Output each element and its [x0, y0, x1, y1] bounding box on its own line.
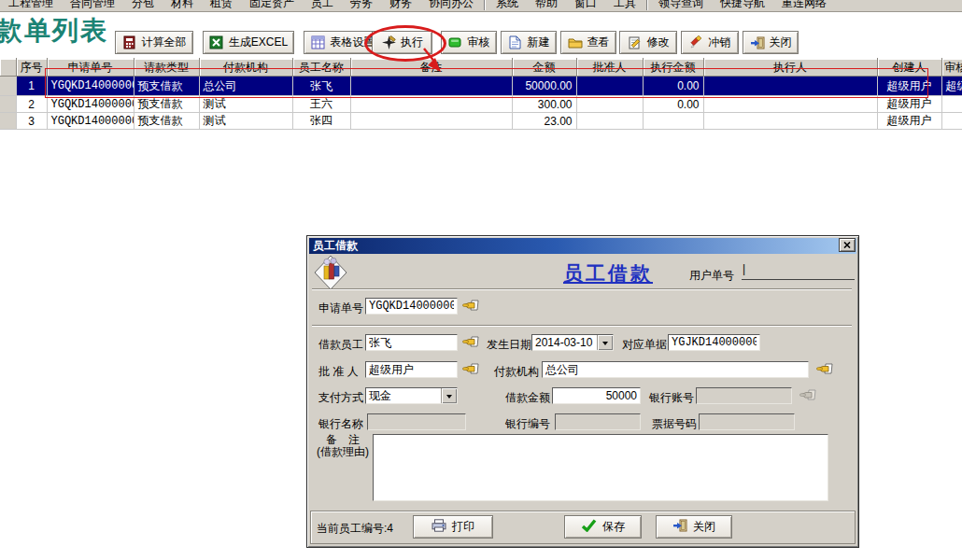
loan-list-table: 序号 申请单号 请款类型 付款机构 员工名称 备注 金额 批准人 执行金额 执行… — [0, 58, 962, 130]
date-dropdown[interactable]: 2014-03-10 — [531, 334, 614, 351]
menu-item[interactable]: 固定资产 — [241, 0, 303, 12]
column-header[interactable]: 申请单号 — [47, 59, 134, 77]
column-header[interactable]: 序号 — [16, 59, 47, 77]
dialog-title: 员工借款 — [309, 238, 358, 254]
menu-item[interactable]: 重连网络 — [773, 0, 835, 12]
column-header[interactable]: 请款类型 — [134, 59, 199, 77]
bill-no-input[interactable] — [699, 413, 795, 430]
employee-loan-icon — [314, 255, 347, 290]
user-no-label: 用户单号 — [689, 268, 734, 284]
column-header[interactable]: 执行金额 — [643, 59, 703, 77]
pay-method-dropdown[interactable]: 现金 — [365, 387, 458, 404]
menu-item[interactable]: 协同办公 — [420, 0, 482, 12]
bank-account-label: 银行账号 — [649, 390, 694, 406]
amount-input[interactable] — [552, 387, 641, 404]
row-selector-header — [0, 59, 16, 77]
exit-door-icon — [750, 35, 765, 49]
menu-item[interactable]: 员工 — [303, 0, 342, 12]
writeoff-pen-icon — [689, 35, 704, 49]
chevron-down-icon[interactable] — [441, 388, 457, 403]
audit-button[interactable]: 审核 — [441, 31, 497, 54]
approver-input[interactable] — [365, 361, 458, 378]
user-no-field[interactable]: | — [742, 262, 855, 280]
menu-item[interactable]: 租赁 — [202, 0, 241, 12]
button-label: 关闭 — [770, 35, 792, 50]
modify-button[interactable]: 修改 — [619, 31, 677, 54]
pay-method-label: 支付方式 — [318, 390, 363, 406]
remark-textarea[interactable] — [373, 434, 828, 501]
writeoff-button[interactable]: 冲销 — [681, 31, 739, 54]
lookup-hand-icon[interactable] — [816, 362, 833, 376]
execute-button[interactable]: 执行 — [372, 31, 432, 54]
button-label: 冲销 — [709, 35, 731, 50]
ref-no-input[interactable] — [668, 334, 760, 351]
export-excel-button[interactable]: 生成EXCEL — [203, 31, 294, 54]
button-label: 保存 — [602, 519, 625, 535]
check-icon — [581, 519, 597, 535]
borrower-input[interactable] — [365, 334, 458, 351]
new-button[interactable]: 新建 — [501, 31, 557, 54]
column-header[interactable]: 执行人 — [703, 59, 877, 77]
bank-name-input — [367, 413, 466, 430]
column-header[interactable]: 付款机构 — [199, 59, 292, 77]
pay-org-input[interactable] — [542, 361, 809, 378]
column-header[interactable]: 审核人 — [941, 59, 962, 77]
menu-item[interactable]: 劳务 — [342, 0, 381, 12]
employee-loan-dialog: 员工借款 员工借款 用户单号 | 申请单号 借款员工 发生日 — [306, 235, 859, 548]
folder-icon — [568, 35, 583, 49]
chevron-down-icon[interactable] — [597, 335, 613, 350]
view-button[interactable]: 查看 — [560, 31, 616, 54]
menu-item[interactable]: 工具 — [605, 0, 644, 12]
menu-item[interactable]: 合同管理 — [62, 0, 123, 12]
button-label: 新建 — [528, 35, 550, 50]
amount-label: 借款金额 — [505, 390, 550, 406]
printer-icon — [431, 519, 446, 535]
lookup-hand-icon[interactable] — [462, 335, 479, 349]
button-label: 打印 — [452, 519, 474, 535]
dialog-titlebar[interactable]: 员工借款 — [309, 238, 856, 254]
column-header[interactable]: 批准人 — [576, 59, 643, 77]
menu-item[interactable]: 分包 — [123, 0, 163, 12]
table-row[interactable]: 3 YGQKD140000001 预支借款 测试 张四 23.00 超级用户 — [0, 113, 962, 130]
table-row-selected[interactable]: 1 YGQKD140000003 预支借款 总公司 张飞 50000.00 0.… — [0, 77, 962, 96]
menu-item[interactable]: 帮助 — [527, 0, 566, 12]
excel-icon — [209, 35, 224, 49]
close-dialog-button[interactable]: 关闭 — [656, 515, 732, 539]
page-title: 款单列表 — [0, 13, 108, 49]
column-header[interactable]: 创建人 — [877, 59, 941, 77]
apply-no-input[interactable] — [365, 298, 458, 315]
menu-item[interactable]: 领导查询 — [650, 0, 712, 12]
lookup-hand-icon[interactable] — [462, 299, 479, 313]
button-label: 生成EXCEL — [229, 35, 288, 50]
dialog-footer: 当前员工编号:4 打印 保存 关闭 — [310, 511, 856, 544]
menu-item[interactable]: 系统 — [488, 0, 527, 12]
close-list-button[interactable]: 关闭 — [743, 31, 799, 54]
menu-separator — [646, 0, 648, 10]
save-button[interactable]: 保存 — [564, 515, 642, 539]
menu-item[interactable]: 快捷导航 — [712, 0, 773, 12]
close-icon[interactable] — [839, 238, 856, 252]
app-window: 工程管理 合同管理 分包 材料 租赁 固定资产 员工 劳务 财务 协同办公 系统… — [0, 0, 962, 560]
column-header[interactable]: 金额 — [512, 59, 576, 77]
bank-code-label: 银行编号 — [505, 416, 550, 432]
lookup-hand-icon-disabled — [799, 388, 816, 402]
employee-no-status: 当前员工编号:4 — [317, 521, 393, 537]
button-label: 计算全部 — [142, 35, 187, 50]
menu-item[interactable]: 材料 — [163, 0, 202, 12]
menu-item[interactable]: 窗口 — [566, 0, 605, 12]
lookup-hand-icon[interactable] — [462, 362, 479, 376]
calc-all-button[interactable]: 计算全部 — [115, 31, 193, 54]
column-header[interactable]: 备注 — [350, 59, 512, 77]
calculator-icon — [122, 35, 137, 49]
button-label: 关闭 — [693, 519, 715, 535]
table-row[interactable]: 2 YGQKD140000002 预支借款 测试 王六 300.00 0.00 … — [0, 96, 962, 113]
print-button[interactable]: 打印 — [413, 515, 493, 539]
column-header[interactable]: 员工名称 — [292, 59, 350, 77]
grid-settings-button[interactable]: 表格设置 — [304, 31, 382, 54]
button-label: 执行 — [401, 35, 423, 50]
menu-item[interactable]: 财务 — [381, 0, 420, 12]
menu-item[interactable]: 工程管理 — [0, 0, 62, 12]
ref-no-label: 对应单据 — [622, 337, 667, 353]
borrower-label: 借款员工 — [318, 337, 363, 353]
new-document-icon — [508, 35, 523, 49]
